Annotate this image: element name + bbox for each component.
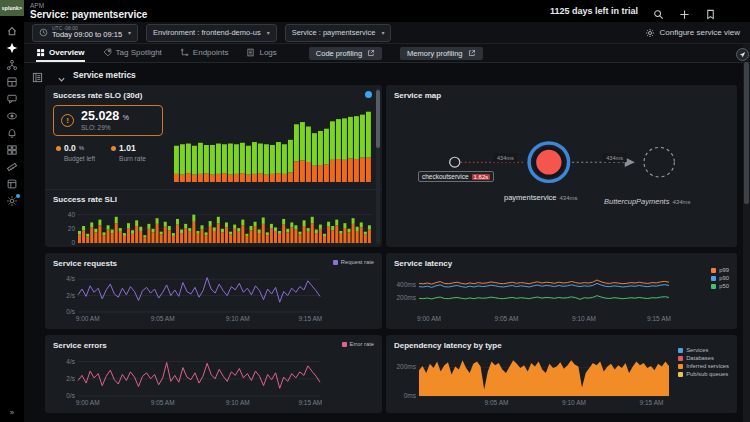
tab-tag-spotlight[interactable]: Tag Spotlight	[103, 44, 162, 62]
infrastructure-icon[interactable]	[0, 56, 24, 73]
memory-profiling-button[interactable]: Memory profiling	[400, 47, 482, 60]
help-beacon-button[interactable]	[736, 48, 749, 61]
svg-text:9:10 AM: 9:10 AM	[226, 399, 250, 406]
apm-tools-icon[interactable]	[0, 158, 24, 175]
downstream-service-label[interactable]: ButtercupPayments434ms	[604, 197, 690, 206]
downstream-node[interactable]	[644, 147, 674, 177]
code-profiling-button[interactable]: Code profiling	[309, 47, 382, 60]
service-map: 434ms 434ms checkoutservice 1.62s paymen…	[392, 105, 731, 243]
service-label: Service : paymentservice	[292, 28, 376, 37]
svg-text:9:00 AM: 9:00 AM	[78, 246, 102, 247]
svg-text:9:05 AM: 9:05 AM	[169, 246, 193, 247]
svg-text:0/s: 0/s	[66, 392, 75, 399]
section-collapse-icon[interactable]	[57, 70, 66, 79]
upstream-node[interactable]	[450, 157, 460, 167]
filter-toolbar: UTC -08:00 Today 09:00 to 09:15 ▾ Enviro…	[24, 22, 750, 44]
svg-text:4/s: 4/s	[66, 275, 75, 282]
detectors-icon[interactable]	[0, 107, 24, 124]
service-map-card: Service map 434ms	[386, 85, 737, 247]
legend-pubsub-queues[interactable]: Pub/sub queues	[678, 371, 729, 378]
svg-text:0: 0	[71, 239, 75, 246]
dashboards-icon[interactable]	[0, 73, 24, 90]
data-management-icon[interactable]	[0, 175, 24, 192]
metrics-icon[interactable]	[0, 141, 24, 158]
top-bar: APM Service: paymentservice 1125 days le…	[24, 0, 750, 22]
tab-endpoints[interactable]: Endpoints	[180, 44, 229, 62]
status-dot	[56, 146, 61, 151]
page-title: Service: paymentservice	[30, 9, 147, 20]
legend-databases[interactable]: Databases	[678, 355, 729, 362]
svg-text:400ms: 400ms	[396, 281, 416, 288]
burn-rate-stat: 1.01 Burn rate	[111, 143, 146, 162]
outline-panel-icon[interactable]	[32, 69, 43, 80]
legend-p50[interactable]: p50	[711, 283, 729, 290]
environment-label: Environment : frontend-demo-us	[153, 28, 261, 37]
messages-icon[interactable]	[0, 90, 24, 107]
settings-gear-icon[interactable]	[0, 192, 24, 209]
sli-bar-chart[interactable]: 402009:00 AM9:05 AM9:10 AM9:15 AM	[53, 206, 374, 247]
time-range-label: Today 09:00 to 09:15	[52, 31, 122, 39]
legend-p90[interactable]: p90	[711, 275, 729, 282]
bookmark-icon[interactable]	[705, 6, 716, 17]
app-window: splunk> » APM Service: paymentservice 11…	[0, 0, 750, 422]
search-icon[interactable]	[653, 6, 664, 17]
main-node[interactable]	[535, 148, 563, 176]
requests-line-chart[interactable]: 4/s2/s0/s9:00 AM9:05 AM9:10 AM9:15 AM	[53, 268, 322, 323]
edge-in-latency: 434ms	[497, 155, 514, 161]
svg-text:2/s: 2/s	[66, 375, 75, 382]
svg-text:0/s: 0/s	[66, 308, 75, 315]
svg-text:200ms: 200ms	[396, 363, 416, 370]
svg-text:4/s: 4/s	[66, 358, 75, 365]
info-dot-icon[interactable]	[365, 91, 372, 98]
legend-inferred-services[interactable]: Inferred services	[678, 363, 729, 370]
home-icon[interactable]	[0, 22, 24, 39]
sidebar-expand-icon[interactable]: »	[10, 408, 14, 417]
configure-service-view-button[interactable]: Configure service view	[645, 28, 740, 38]
configure-label: Configure service view	[660, 28, 740, 37]
time-range-picker[interactable]: UTC -08:00 Today 09:00 to 09:15 ▾	[32, 24, 138, 42]
slo-card-title: Success rate SLO (30d)	[53, 91, 374, 100]
alerts-bell-icon[interactable]	[0, 124, 24, 141]
edge-out-latency: 434ms	[606, 155, 623, 161]
service-latency-card: Service latency p99 p90 p50 400ms200ms9:…	[386, 253, 737, 329]
splunk-logo: splunk>	[0, 0, 24, 16]
status-dot	[111, 146, 116, 151]
upstream-service-label[interactable]: checkoutservice 1.62s	[418, 171, 494, 182]
latency-line-chart[interactable]: 400ms200ms9:00 AM9:05 AM9:10 AM9:15 AM	[394, 268, 671, 323]
trial-badge: 1125 days left in trial	[550, 6, 638, 16]
gear-icon	[645, 28, 655, 38]
legend-error-rate[interactable]: Error rate	[342, 341, 374, 348]
dependency-area-chart[interactable]: 200ms0ms9:05 AM9:10 AM9:15 AM	[394, 350, 671, 407]
service-filter[interactable]: Service : paymentservice ▾	[285, 24, 392, 42]
success-rate-slo-card: Success rate SLO (30d) ! 25.028 % SLO: 2…	[45, 85, 382, 247]
svg-text:9:15 AM: 9:15 AM	[298, 315, 322, 322]
scrollbar-thumb[interactable]	[376, 90, 380, 148]
svg-text:9:00 AM: 9:00 AM	[76, 315, 100, 322]
latency-title: Service latency	[394, 259, 729, 268]
slo-summary-box[interactable]: ! 25.028 % SLO: 29%	[53, 105, 163, 136]
tab-bar: Overview Tag Spotlight Endpoints Logs Co…	[24, 44, 750, 63]
apm-icon[interactable]	[0, 39, 24, 56]
main-service-label[interactable]: paymentservice434ms	[504, 193, 578, 202]
svg-text:9:05 AM: 9:05 AM	[151, 315, 175, 322]
error-latency-badge: 1.62s	[472, 174, 491, 180]
svg-text:9:10 AM: 9:10 AM	[562, 399, 586, 406]
legend-services[interactable]: Services	[678, 347, 729, 354]
tab-overview[interactable]: Overview	[36, 44, 85, 62]
svg-text:9:10 AM: 9:10 AM	[260, 246, 284, 247]
environment-filter[interactable]: Environment : frontend-demo-us ▾	[146, 24, 277, 42]
errors-line-chart[interactable]: 4/s2/s0/s9:00 AM9:05 AM9:10 AM9:15 AM	[53, 350, 322, 407]
section-title: Service metrics	[73, 70, 136, 80]
legend-p99[interactable]: p99	[711, 267, 729, 274]
svg-text:2/s: 2/s	[66, 292, 75, 299]
add-icon[interactable]	[679, 6, 690, 17]
page-scrollbar-thumb[interactable]	[744, 62, 749, 204]
slo-value: 25.028	[81, 109, 119, 123]
tag-icon	[103, 48, 112, 57]
legend-request-rate[interactable]: Request rate	[333, 259, 374, 266]
service-map-title: Service map	[394, 91, 729, 100]
slo-bar-chart[interactable]	[173, 105, 374, 183]
requests-title: Service requests	[53, 259, 374, 268]
svg-text:9:10 AM: 9:10 AM	[572, 315, 596, 322]
tab-logs[interactable]: Logs	[246, 44, 276, 62]
